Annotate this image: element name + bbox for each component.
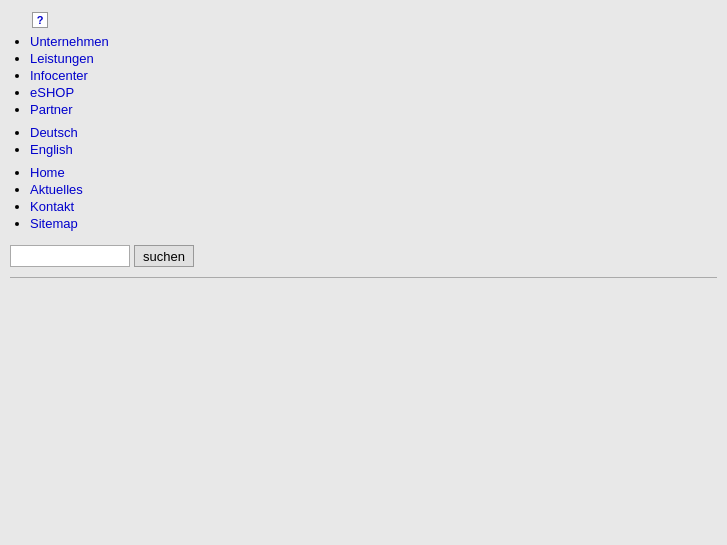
nav-link-leistungen[interactable]: Leistungen	[30, 51, 94, 66]
list-item: Kontakt	[30, 199, 717, 214]
nav-link-unternehmen[interactable]: Unternehmen	[30, 34, 109, 49]
nav-link-partner[interactable]: Partner	[30, 102, 73, 117]
list-item: Home	[30, 165, 717, 180]
search-button[interactable]: suchen	[134, 245, 194, 267]
list-item: Partner	[30, 102, 717, 117]
nav-link-eshop[interactable]: eSHOP	[30, 85, 74, 100]
nav-link-kontakt[interactable]: Kontakt	[30, 199, 74, 214]
list-item: Deutsch	[30, 125, 717, 140]
divider	[10, 277, 717, 278]
list-item: Leistungen	[30, 51, 717, 66]
search-input[interactable]	[10, 245, 130, 267]
nav-link-infocenter[interactable]: Infocenter	[30, 68, 88, 83]
nav-link-deutsch[interactable]: Deutsch	[30, 125, 78, 140]
search-section: suchen	[10, 245, 717, 267]
list-item: Sitemap	[30, 216, 717, 231]
help-icon[interactable]: ?	[32, 12, 48, 28]
list-item: Unternehmen	[30, 34, 717, 49]
main-nav: Unternehmen Leistungen Infocenter eSHOP …	[10, 34, 717, 117]
lang-nav: Deutsch English	[10, 125, 717, 157]
list-item: Aktuelles	[30, 182, 717, 197]
nav-link-aktuelles[interactable]: Aktuelles	[30, 182, 83, 197]
main-container: ? Unternehmen Leistungen Infocenter eSHO…	[0, 0, 727, 288]
nav-link-english[interactable]: English	[30, 142, 73, 157]
nav-link-home[interactable]: Home	[30, 165, 65, 180]
list-item: English	[30, 142, 717, 157]
nav-link-sitemap[interactable]: Sitemap	[30, 216, 78, 231]
list-item: eSHOP	[30, 85, 717, 100]
secondary-nav: Home Aktuelles Kontakt Sitemap	[10, 165, 717, 231]
list-item: Infocenter	[30, 68, 717, 83]
